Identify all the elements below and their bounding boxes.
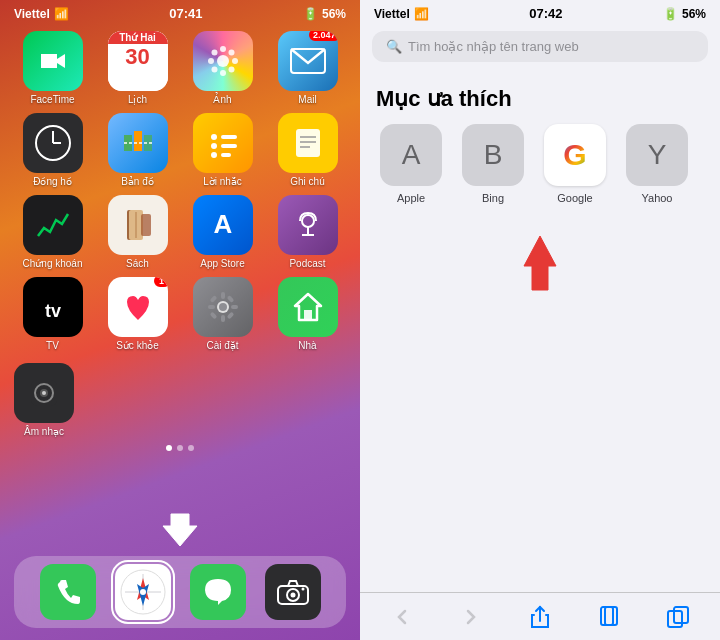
svg-point-3 [217,55,229,67]
left-panel: Viettel 📶 07:41 🔋 56% FaceTime Thứ Hai 3… [0,0,360,640]
dot-2 [177,445,183,451]
app-loinhac[interactable]: Lời nhắc [184,113,261,187]
app-dongho[interactable]: Đồng hồ [14,113,91,187]
favorite-bing[interactable]: B Bing [458,124,528,204]
favorite-yahoo[interactable]: Y Yahoo [622,124,692,204]
svg-rect-46 [209,295,217,303]
anh-label: Ảnh [213,94,231,105]
app-lich[interactable]: Thứ Hai 30 Lịch [99,31,176,105]
right-wifi-icon: 📶 [414,7,429,21]
svg-point-36 [302,215,314,227]
svg-marker-68 [524,236,556,290]
suckhoe-label: Sức khỏe [116,340,159,351]
dock-camera[interactable] [265,564,321,620]
svg-rect-43 [221,315,225,322]
safari-status-bar: Viettel 📶 07:42 🔋 56% [360,0,720,23]
bando-icon [108,113,168,173]
apple-label: Apple [397,192,425,204]
share-button[interactable] [522,599,558,635]
sach-label: Sách [126,258,149,269]
bando-label: Bản đồ [121,176,154,187]
dock-safari[interactable] [115,564,171,620]
right-status-right: 🔋 56% [663,7,706,21]
lich-label: Lịch [128,94,147,105]
tv-icon: tv [23,277,83,337]
dock-messages[interactable] [190,564,246,620]
app-chungkhoan[interactable]: Chứng khoán [14,195,91,269]
svg-rect-71 [605,607,617,625]
right-battery-icon: 🔋 [663,7,678,21]
left-status-left: Viettel 📶 [14,7,69,21]
left-battery: 56% [322,7,346,21]
caidat-icon [193,277,253,337]
nha-label: Nhà [298,340,316,351]
favorite-google[interactable]: G Google [540,124,610,204]
app-ghichu[interactable]: Ghi chú [269,113,346,187]
lich-icon: Thứ Hai 30 [108,31,168,91]
right-status-left: Viettel 📶 [374,7,429,21]
mail-badge: 2.047 [309,31,338,41]
svg-point-8 [211,50,217,56]
yahoo-icon: Y [626,124,688,186]
bookmarks-button[interactable] [591,599,627,635]
svg-rect-49 [209,312,217,320]
back-button[interactable] [384,599,420,635]
appstore-label: App Store [200,258,244,269]
apple-icon: A [380,124,442,186]
forward-button[interactable] [453,599,489,635]
svg-point-21 [211,134,217,140]
facetime-label: FaceTime [30,94,74,105]
svg-point-9 [228,67,234,73]
dongho-icon [23,113,83,173]
left-carrier: Viettel [14,7,50,21]
app-bando[interactable]: Bản đồ [99,113,176,187]
app-suckhoe[interactable]: 1 Sức khỏe [99,277,176,351]
battery-icon: 🔋 [303,7,318,21]
dock-area [0,548,360,640]
tabs-button[interactable] [660,599,696,635]
app-mail[interactable]: 2.047 Mail [269,31,346,105]
favorite-apple[interactable]: A Apple [376,124,446,204]
yahoo-label: Yahoo [642,192,673,204]
url-input-container[interactable]: 🔍 Tìm hoặc nhập tên trang web [372,31,708,62]
mail-label: Mail [298,94,316,105]
arrow-up-icon [512,228,568,298]
favorites-grid: A Apple B Bing G Google Y Yahoo [360,124,720,204]
left-status-bar: Viettel 📶 07:41 🔋 56% [0,0,360,23]
safari-url-bar: 🔍 Tìm hoặc nhập tên trang web [360,23,720,70]
svg-rect-70 [601,607,613,625]
app-caidat[interactable]: Cài đặt [184,277,261,351]
app-anh[interactable]: Ảnh [184,31,261,105]
svg-rect-47 [226,312,234,320]
dot-1 [166,445,172,451]
right-battery: 56% [682,7,706,21]
caidat-label: Cài đặt [206,340,238,351]
tv-label: TV [46,340,59,351]
appstore-icon: A [193,195,253,255]
app-facetime[interactable]: FaceTime [14,31,91,105]
suckhoe-badge: 1 [154,277,168,287]
app-nha[interactable]: Nhà [269,277,346,351]
wifi-icon: 📶 [54,7,69,21]
facetime-icon [23,31,83,91]
svg-rect-18 [134,131,142,151]
app-sach[interactable]: Sách [99,195,176,269]
left-status-right: 🔋 56% [303,7,346,21]
svg-point-41 [219,303,227,311]
amnhac-icon [14,363,74,423]
loinhac-label: Lời nhắc [203,176,242,187]
svg-rect-24 [221,144,237,148]
svg-point-6 [208,58,214,64]
app-tv[interactable]: tv TV [14,277,91,351]
chungkhoan-label: Chứng khoán [23,258,83,269]
app-appstore[interactable]: A App Store [184,195,261,269]
dock-phone[interactable] [40,564,96,620]
svg-point-55 [42,391,46,395]
podcast-icon [278,195,338,255]
left-time: 07:41 [169,6,202,21]
svg-text:tv: tv [44,301,60,321]
google-icon: G [544,124,606,186]
app-podcast[interactable]: Podcast [269,195,346,269]
app-amnhac[interactable]: Âm nhạc [14,363,74,437]
safari-bottom-bar [360,592,720,640]
